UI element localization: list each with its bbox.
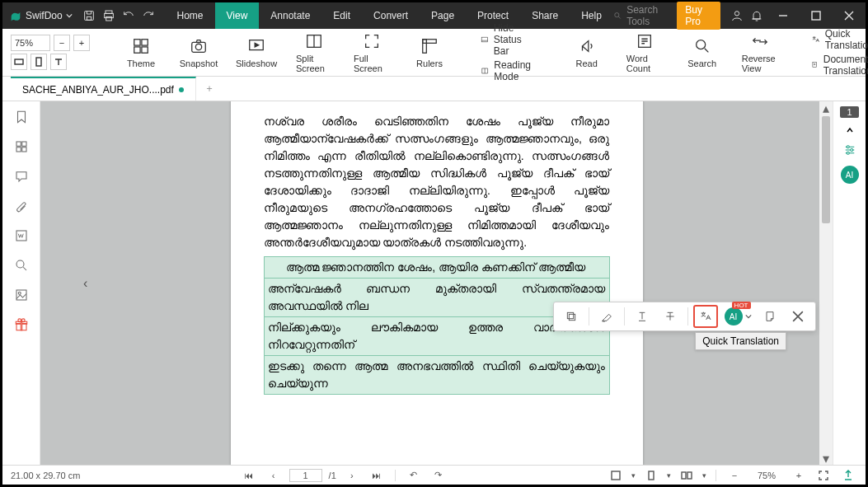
print-icon[interactable] [99, 2, 119, 29]
zoom-plus[interactable]: + [73, 35, 90, 51]
menu-annotate[interactable]: Annotate [259, 2, 321, 29]
app-dropdown-icon[interactable] [66, 12, 73, 19]
selected-text-line-1[interactable]: ആത്മ ജ്ഞാനത്തിന ശേഷം, ആയിര കണക്കിന് ആത്മ… [264, 256, 610, 279]
zoom-in-status[interactable]: + [790, 471, 808, 480]
reverse-view-button[interactable]: Reverse View [739, 32, 781, 73]
svg-rect-25 [21, 142, 26, 146]
image-icon[interactable] [10, 286, 33, 304]
main-menu: Home View Annotate Edit Convert Page Pro… [166, 2, 613, 29]
highlight-button[interactable] [594, 305, 619, 328]
svg-rect-13 [142, 46, 148, 52]
zoom-minus[interactable]: − [54, 35, 70, 51]
fullscreen-button[interactable]: Full Screen [350, 32, 393, 73]
user-icon[interactable] [727, 2, 747, 29]
scroll-thumb[interactable] [822, 116, 830, 223]
redo-icon[interactable] [138, 2, 158, 29]
fit-text-icon[interactable] [50, 54, 67, 70]
pin-icon[interactable] [839, 470, 857, 481]
snapshot-button[interactable]: Snapshot [177, 37, 220, 68]
quick-translation-button[interactable]: Quick Translation [811, 28, 868, 51]
notifications-icon[interactable] [747, 2, 767, 29]
undo-icon[interactable] [119, 2, 138, 29]
word-icon[interactable] [10, 227, 33, 245]
quick-translation-button-popup[interactable] [693, 305, 718, 328]
svg-rect-42 [612, 471, 620, 480]
menu-page[interactable]: Page [420, 2, 466, 29]
left-sidebar [2, 101, 40, 465]
tab-label: SACHE_ANBIYA_AUR_JHO....pdf [22, 84, 174, 96]
svg-rect-4 [106, 16, 112, 21]
slideshow-button[interactable]: Slideshow [235, 37, 278, 68]
view-continuous-icon[interactable] [607, 470, 625, 481]
rulers-button[interactable]: Rulers [408, 37, 451, 68]
fit-page-icon[interactable] [30, 54, 47, 70]
prev-page-button[interactable]: ‹ [265, 471, 283, 480]
menu-edit[interactable]: Edit [321, 2, 362, 29]
nav-fwd-button[interactable]: ↷ [429, 470, 448, 480]
attachments-icon[interactable] [10, 197, 33, 215]
gift-icon[interactable] [10, 316, 33, 334]
search-button[interactable]: Search [681, 37, 724, 68]
document-tab[interactable]: SACHE_ANBIYA_AUR_JHO....pdf [11, 77, 196, 101]
strikethrough-button[interactable] [658, 305, 683, 328]
next-page-button[interactable]: › [343, 471, 361, 480]
book-icon [481, 64, 489, 77]
bookmark-icon[interactable] [10, 108, 33, 126]
read-button[interactable]: Read [565, 37, 608, 68]
fit-width-icon[interactable] [11, 54, 27, 70]
svg-rect-20 [481, 37, 487, 42]
scroll-up-icon[interactable]: ▴ [819, 101, 833, 115]
close-icon[interactable] [833, 2, 866, 29]
doc-paragraph: നശ്വര ശരീരം വെടിഞ്ഞതിന ശേഷം പൂജ്യ നീരുമാ… [264, 113, 610, 251]
maximize-icon[interactable] [800, 2, 833, 29]
find-icon[interactable] [10, 256, 33, 274]
theme-button[interactable]: Theme [120, 37, 162, 68]
split-screen-button[interactable]: Split Screen [293, 32, 335, 73]
prev-page-arrow[interactable]: ‹ [83, 276, 87, 291]
hide-status-button[interactable]: Hide Status Bar [481, 22, 536, 57]
vertical-scrollbar[interactable]: ▴ ▾ [819, 101, 833, 465]
svg-rect-24 [16, 142, 21, 146]
minimize-icon[interactable] [767, 2, 800, 29]
menu-home[interactable]: Home [166, 2, 215, 29]
ai-popup-button[interactable]: AIHOT [721, 305, 754, 328]
ai-button[interactable]: AI [841, 166, 859, 184]
word-count-button[interactable]: Word Count [623, 32, 666, 73]
thumbnails-icon[interactable] [10, 138, 33, 156]
add-tab-button[interactable]: ＋ [204, 82, 214, 96]
svg-rect-10 [134, 39, 140, 44]
zoom-out-status[interactable]: − [725, 471, 744, 480]
page-input[interactable]: 1 [289, 469, 322, 482]
menu-view[interactable]: View [215, 2, 260, 29]
fit-screen-icon[interactable] [814, 470, 833, 481]
view-single-icon[interactable] [642, 470, 660, 481]
underline-button[interactable] [630, 305, 655, 328]
document-canvas[interactable]: ‹ നശ്വര ശരീരം വെടിഞ്ഞതിന ശേഷം പൂജ്യ നീരു… [40, 101, 833, 465]
note-button[interactable] [758, 305, 782, 328]
menu-convert[interactable]: Convert [362, 2, 420, 29]
settings-sliders-icon[interactable] [842, 143, 857, 157]
scroll-down-icon[interactable]: ▾ [819, 452, 833, 465]
close-toolbar-button[interactable] [786, 305, 810, 328]
nav-back-button[interactable]: ↶ [405, 470, 423, 480]
first-page-button[interactable]: ⏮ [240, 471, 258, 480]
last-page-button[interactable]: ⏭ [368, 471, 386, 480]
zoom-value[interactable]: 75% [11, 35, 50, 51]
copy-button[interactable] [559, 305, 584, 328]
save-icon[interactable] [79, 2, 99, 29]
tab-modified-indicator [179, 87, 184, 92]
document-translation-button[interactable]: Document Translation [811, 54, 868, 77]
svg-rect-19 [423, 39, 437, 43]
menu-help[interactable]: Help [570, 2, 613, 29]
collapse-rail-icon[interactable] [846, 126, 854, 134]
comments-icon[interactable] [10, 167, 33, 185]
svg-point-38 [850, 149, 852, 152]
selected-text-line-4[interactable]: ഇടക്കു തന്നെ ആത്മ അനഭവത്തിൽ സ്ഥിതി ചെയ്യ… [264, 356, 610, 395]
reading-mode-button[interactable]: Reading Mode [481, 59, 536, 82]
pdf-page: നശ്വര ശരീരം വെടിഞ്ഞതിന ശേഷം പൂജ്യ നീരുമാ… [231, 101, 643, 465]
buy-pro-button[interactable]: Buy Pro [677, 2, 720, 30]
view-facing-icon[interactable] [678, 470, 696, 481]
app-name: SwifDoo [26, 10, 63, 21]
search-icon [613, 10, 622, 21]
search-tools[interactable]: Search Tools [613, 4, 669, 27]
